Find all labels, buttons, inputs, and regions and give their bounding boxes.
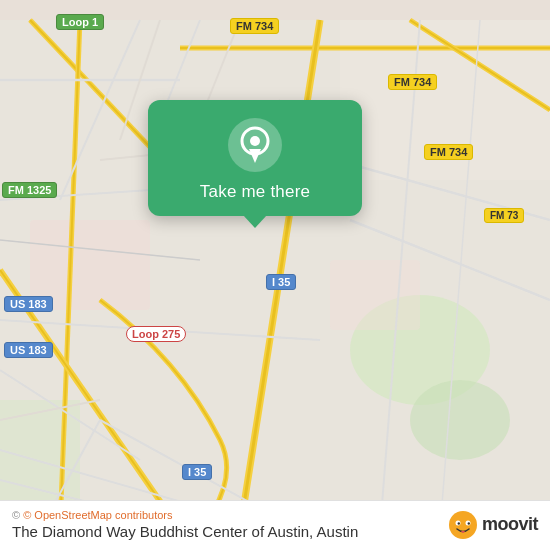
osm-link[interactable]: © OpenStreetMap contributors [23,509,172,521]
road-badge-i35b: I 35 [182,464,212,480]
place-name: The Diamond Way Buddhist Center of Austi… [12,523,358,540]
svg-point-2 [410,380,510,460]
road-badge-us183a: US 183 [4,296,53,312]
road-badge-fm734b: FM 734 [388,74,437,90]
svg-point-42 [449,511,477,539]
svg-point-40 [250,136,260,146]
road-badge-loop1: Loop 1 [56,14,104,30]
road-badge-fm734a: FM 734 [230,18,279,34]
popup-card[interactable]: Take me there [148,100,362,216]
osm-credit: © © OpenStreetMap contributors [12,509,358,521]
moovit-text: moovit [482,514,538,535]
road-badge-us183b: US 183 [4,342,53,358]
road-badge-fm734c: FM 734 [424,144,473,160]
road-badge-fm1325: FM 1325 [2,182,57,198]
location-icon-wrapper [228,118,282,172]
svg-point-46 [468,522,470,524]
road-badge-i35a: I 35 [266,274,296,290]
road-badge-fm734d: FM 73 [484,208,524,223]
moovit-icon [448,510,478,540]
map-container: Loop 1 FM 734 FM 734 FM 734 FM 73 FM 132… [0,0,550,550]
take-me-there-button[interactable]: Take me there [200,182,310,202]
moovit-logo: moovit [448,510,538,540]
location-pin-icon [235,125,275,165]
bottom-bar: © © OpenStreetMap contributors The Diamo… [0,500,550,550]
svg-rect-6 [330,260,420,330]
svg-point-45 [458,522,460,524]
svg-marker-41 [249,149,261,163]
bottom-left-info: © © OpenStreetMap contributors The Diamo… [12,509,358,540]
road-badge-loop275: Loop 275 [126,326,186,342]
